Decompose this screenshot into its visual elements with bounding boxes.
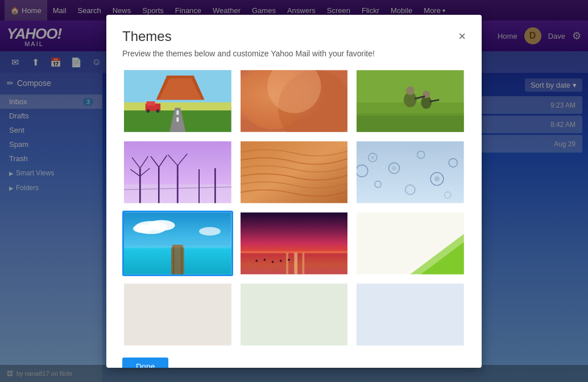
theme-light-2[interactable] (239, 282, 350, 347)
svg-point-77 (288, 258, 290, 261)
theme-green-white[interactable] (355, 211, 466, 276)
svg-rect-86 (357, 284, 464, 345)
svg-rect-82 (124, 284, 231, 345)
done-button[interactable]: Done (122, 358, 168, 368)
svg-rect-10 (147, 101, 155, 105)
svg-point-59 (133, 224, 152, 233)
svg-rect-72 (302, 253, 304, 274)
svg-rect-66 (181, 247, 183, 274)
svg-point-76 (280, 260, 282, 262)
theme-light-1[interactable] (122, 282, 233, 347)
theme-soldiers[interactable] (355, 68, 466, 134)
svg-rect-65 (173, 247, 175, 274)
svg-point-21 (406, 86, 415, 95)
theme-desert-road[interactable] (122, 68, 233, 134)
svg-rect-71 (294, 253, 297, 274)
svg-point-45 (371, 155, 375, 159)
modal-header: Themes × (122, 28, 466, 44)
theme-sand-waves[interactable] (239, 139, 350, 205)
modal-close-button[interactable]: × (458, 30, 466, 43)
modal-overlay[interactable]: Themes × Preview the themes below and cu… (0, 0, 588, 382)
themes-modal: Themes × Preview the themes below and cu… (106, 15, 482, 368)
theme-warm-blur[interactable] (239, 68, 350, 134)
svg-point-47 (392, 166, 397, 170)
svg-point-74 (263, 258, 266, 261)
svg-point-60 (199, 227, 221, 235)
theme-purple-trees[interactable] (122, 139, 233, 205)
theme-ocean-pier[interactable] (122, 211, 233, 276)
modal-title: Themes (122, 28, 172, 44)
svg-point-11 (147, 109, 150, 113)
svg-rect-18 (357, 113, 464, 132)
svg-point-50 (434, 176, 440, 181)
svg-rect-84 (241, 284, 348, 345)
theme-sunset[interactable] (239, 211, 350, 276)
svg-point-73 (255, 260, 258, 262)
svg-rect-43 (357, 141, 464, 203)
svg-rect-7 (176, 110, 179, 115)
theme-water-drops[interactable] (355, 139, 466, 205)
theme-light-3[interactable] (355, 282, 466, 347)
svg-rect-8 (176, 117, 179, 122)
modal-subtitle: Preview the themes below and customize Y… (122, 49, 466, 58)
svg-point-75 (271, 261, 274, 263)
theme-grid (122, 68, 466, 347)
svg-point-12 (156, 109, 160, 113)
svg-rect-70 (286, 253, 288, 274)
